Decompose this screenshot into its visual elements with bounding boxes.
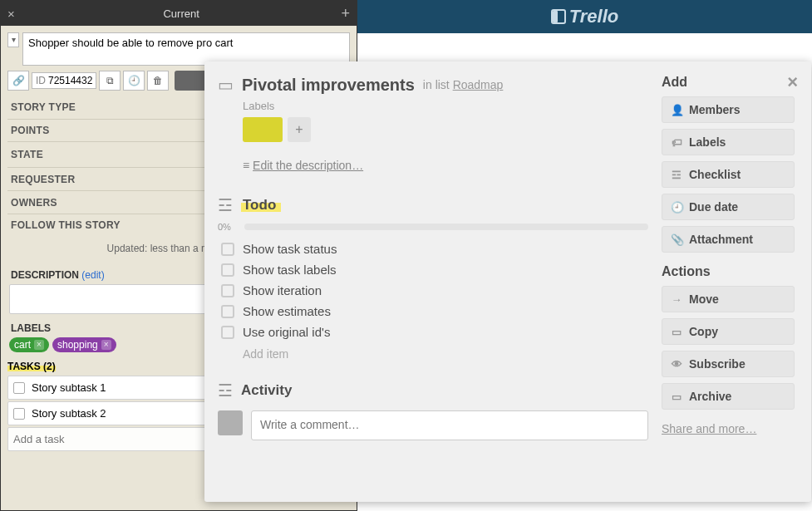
trello-logo[interactable]: Trello [551, 6, 619, 27]
pivotal-header: × Current + [1, 1, 357, 26]
activity-icon: ☲ [218, 381, 233, 400]
checklist-icon: ☲ [218, 195, 233, 215]
actions-header: Actions [662, 264, 795, 279]
checkbox[interactable] [221, 263, 234, 277]
history-icon[interactable]: 🕘 [123, 71, 145, 91]
checkbox[interactable] [221, 243, 234, 256]
move-button[interactable]: →Move [662, 286, 795, 312]
archive-icon: ▭ [671, 391, 682, 403]
label-chip[interactable]: cart× [9, 337, 49, 352]
edit-description-link[interactable]: ≡ Edit the description… [243, 159, 648, 172]
subscribe-button[interactable]: 👁Subscribe [662, 351, 795, 377]
checklist-item[interactable]: Show task labels [218, 259, 648, 280]
tag-icon: 🏷 [671, 136, 682, 149]
checkbox[interactable] [221, 326, 234, 339]
copy-button[interactable]: ▭Copy [662, 318, 795, 345]
trello-card-modal: × ▭ Pivotal improvements in list Roadmap… [204, 61, 811, 502]
plus-icon[interactable]: + [341, 5, 350, 22]
edit-description-link[interactable]: (edit) [81, 269, 104, 281]
members-button[interactable]: 👤Members [662, 96, 795, 123]
in-list: in list Roadmap [423, 78, 504, 91]
remove-label-icon[interactable]: × [101, 340, 111, 350]
add-header: Add [662, 75, 795, 90]
comment-input[interactable] [251, 410, 648, 440]
label-chip[interactable]: shopping× [52, 337, 116, 352]
close-icon[interactable]: × [7, 7, 15, 21]
copy-icon[interactable]: ⧉ [99, 71, 121, 91]
label-chip-yellow[interactable] [243, 117, 283, 142]
add-checklist-item[interactable]: Add item [243, 347, 648, 361]
checklist-item[interactable]: Use original id's [218, 322, 648, 342]
card-title[interactable]: Pivotal improvements [242, 76, 415, 95]
story-title-input[interactable]: Shopper should be able to remove pro car… [22, 32, 350, 66]
remove-label-icon[interactable]: × [34, 340, 44, 350]
checkbox[interactable] [13, 408, 25, 420]
share-link[interactable]: Share and more… [662, 422, 756, 435]
list-icon: ☲ [671, 169, 682, 181]
panel-title: Current [22, 7, 342, 20]
tasks-header: TASKS (2) [7, 361, 56, 372]
trello-header: Trello [357, 0, 812, 33]
due-date-button[interactable]: 🕘Due date [662, 194, 795, 220]
checkbox[interactable] [221, 284, 234, 297]
board-icon [551, 9, 566, 24]
trash-icon[interactable]: 🗑 [147, 71, 169, 91]
labels-button[interactable]: 🏷Labels [662, 129, 795, 155]
checklist-item[interactable]: Show estimates [218, 301, 648, 322]
labels-header: Labels [243, 100, 648, 112]
paperclip-icon: 📎 [671, 233, 682, 246]
checklist-item[interactable]: Show task status [218, 238, 648, 259]
attachment-button[interactable]: 📎Attachment [662, 226, 795, 253]
link-icon[interactable]: 🔗 [7, 71, 29, 91]
avatar [218, 410, 243, 435]
progress-percent: 0% [218, 222, 238, 232]
progress-bar [244, 224, 648, 230]
story-id[interactable]: ID 72514432 [32, 72, 96, 89]
checklist-title[interactable]: Todo [241, 197, 281, 214]
menu-icon: ≡ [243, 159, 249, 172]
copy-icon: ▭ [671, 326, 682, 338]
trello-sidebar: Add 👤Members 🏷Labels ☲Checklist 🕘Due dat… [662, 75, 795, 440]
eye-icon: 👁 [671, 358, 682, 371]
archive-button[interactable]: ▭Archive [662, 383, 795, 410]
checklist-button[interactable]: ☲Checklist [662, 161, 795, 188]
collapse-icon[interactable]: ▾ [7, 32, 19, 47]
user-icon: 👤 [671, 104, 682, 116]
add-label-button[interactable]: + [288, 117, 311, 142]
checkbox[interactable] [13, 382, 25, 394]
checklist-item[interactable]: Show iteration [218, 280, 648, 301]
close-icon[interactable]: × [787, 71, 798, 93]
card-icon: ▭ [218, 75, 234, 95]
list-link[interactable]: Roadmap [453, 78, 504, 91]
activity-header: Activity [241, 382, 292, 399]
checkbox[interactable] [221, 305, 234, 318]
arrow-icon: → [671, 293, 682, 306]
clock-icon: 🕘 [671, 201, 682, 214]
